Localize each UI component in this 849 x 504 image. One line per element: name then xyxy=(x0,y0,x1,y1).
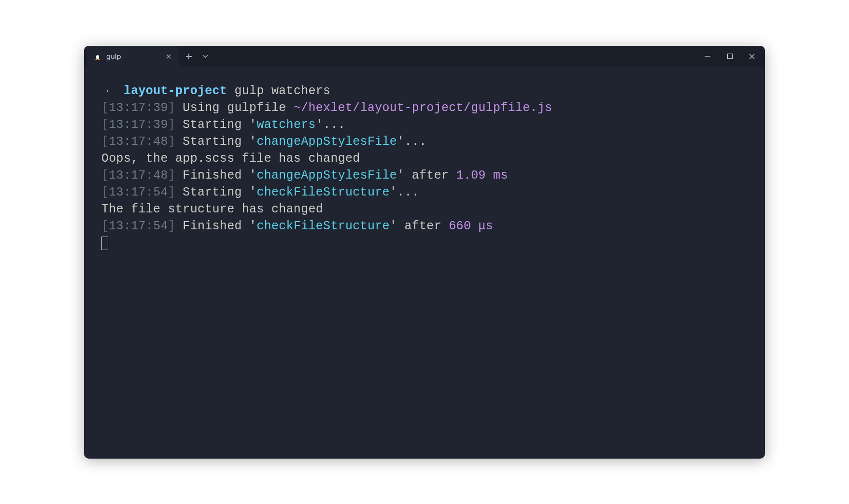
timestamp: 13:17:39 xyxy=(109,101,168,115)
gulpfile-path: ~/hexlet/layout-project/gulpfile.js xyxy=(294,101,552,115)
timestamp: 13:17:48 xyxy=(109,135,168,149)
plus-icon xyxy=(186,54,192,59)
close-icon xyxy=(749,54,755,59)
tab-gulp[interactable]: gulp × xyxy=(87,46,179,67)
maximize-button[interactable] xyxy=(719,46,741,67)
dots: ... xyxy=(397,185,419,199)
task-name: changeAppStylesFile xyxy=(256,135,397,149)
timestamp: 13:17:48 xyxy=(109,168,168,182)
tab-title: gulp xyxy=(106,53,121,60)
titlebar[interactable]: gulp × xyxy=(84,46,765,67)
prompt-arrow: → xyxy=(101,84,109,98)
log-verb: Starting xyxy=(183,185,241,199)
tab-dropdown-button[interactable] xyxy=(198,49,212,64)
after: after xyxy=(397,219,449,233)
timestamp: 13:17:39 xyxy=(109,118,168,132)
timestamp: 13:17:54 xyxy=(109,219,168,233)
task-name: checkFileStructure xyxy=(256,185,389,199)
penguin-icon xyxy=(94,53,101,60)
dots: ... xyxy=(404,135,426,149)
chevron-down-icon xyxy=(202,54,208,59)
log-message: Oops, the app.scss file has changed xyxy=(101,152,360,166)
svg-point-2 xyxy=(97,55,97,55)
new-tab-button[interactable] xyxy=(182,49,196,64)
terminal-window: gulp × → layout-project gulp watchers [1… xyxy=(84,46,765,459)
prompt-command: gulp watchers xyxy=(234,84,330,98)
tab-actions xyxy=(182,49,212,64)
task-name: checkFileStructure xyxy=(256,219,389,233)
task-name: watchers xyxy=(256,118,315,132)
task-name: changeAppStylesFile xyxy=(256,168,397,182)
dots: ... xyxy=(323,118,345,132)
terminal-cursor xyxy=(101,237,108,250)
timestamp: 13:17:54 xyxy=(109,185,168,199)
log-verb: Finished xyxy=(183,219,241,233)
log-message: The file structure has changed xyxy=(101,202,323,216)
duration: 660 μs xyxy=(449,219,493,233)
after: after xyxy=(404,168,456,182)
svg-rect-8 xyxy=(727,54,732,59)
svg-point-5 xyxy=(96,59,98,60)
svg-point-1 xyxy=(96,55,99,59)
duration: 1.09 ms xyxy=(456,168,508,182)
log-verb: Finished xyxy=(183,168,241,182)
svg-point-6 xyxy=(98,59,100,60)
close-tab-icon[interactable]: × xyxy=(166,53,172,60)
close-window-button[interactable] xyxy=(741,46,763,67)
minimize-icon xyxy=(705,54,710,59)
prompt-cwd: layout-project xyxy=(124,84,227,98)
svg-rect-7 xyxy=(705,56,710,56)
log-verb: Starting xyxy=(183,135,241,149)
minimize-button[interactable] xyxy=(696,46,719,67)
terminal-output[interactable]: → layout-project gulp watchers [13:17:39… xyxy=(84,67,765,459)
log-verb: Using gulpfile xyxy=(183,101,286,115)
maximize-icon xyxy=(727,54,733,59)
window-controls xyxy=(696,46,765,67)
svg-point-3 xyxy=(98,55,99,55)
log-verb: Starting xyxy=(183,118,241,132)
